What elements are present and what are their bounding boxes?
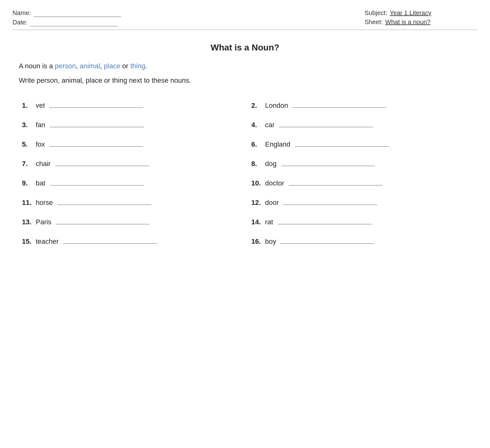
answer-line: [280, 243, 374, 244]
answer-line: [278, 224, 372, 224]
answer-line: [50, 127, 144, 127]
question-item: 16.boy: [248, 232, 477, 251]
date-line: [30, 19, 118, 26]
answer-line: [49, 146, 143, 147]
question-item: 9.bat: [19, 174, 248, 193]
intro-person: person: [55, 62, 76, 70]
page-header: Name: Date: Subject: Year 1 Literacy She…: [13, 9, 477, 30]
question-word: doctor: [265, 179, 284, 187]
header-right: Subject: Year 1 Literacy Sheet: What is …: [365, 9, 477, 26]
answer-line: [57, 205, 151, 205]
intro-place: place: [104, 62, 121, 70]
intro-animal: animal: [80, 62, 100, 70]
intro-suffix: .: [145, 62, 147, 70]
date-field: Date:: [13, 19, 121, 26]
sheet-field: Sheet: What is a noun?: [365, 18, 477, 26]
question-word: dog: [265, 160, 277, 168]
question-word: Paris: [36, 218, 51, 226]
answer-line: [56, 224, 150, 224]
page-title: What is a Noun?: [13, 43, 477, 53]
question-number: 2.: [251, 102, 264, 110]
date-label: Date:: [13, 19, 28, 26]
question-number: 4.: [251, 121, 264, 129]
question-number: 7.: [22, 160, 34, 168]
question-item: 3.fan: [19, 115, 248, 135]
answer-line: [279, 127, 373, 127]
question-number: 12.: [251, 199, 264, 207]
question-number: 3.: [22, 121, 34, 129]
question-item: 13.Paris: [19, 212, 248, 232]
question-number: 11.: [22, 199, 34, 207]
question-word: bat: [36, 179, 45, 187]
name-label: Name:: [13, 9, 31, 17]
question-number: 16.: [251, 237, 264, 246]
answer-line: [289, 185, 383, 185]
question-word: chair: [36, 160, 51, 168]
question-word: horse: [36, 199, 53, 207]
question-number: 10.: [251, 179, 264, 187]
question-number: 15.: [22, 237, 34, 246]
question-number: 1.: [22, 102, 34, 110]
question-item: 8.dog: [248, 154, 477, 174]
question-number: 8.: [251, 160, 264, 168]
question-word: car: [265, 121, 275, 129]
instructions-text: Write person, animal, place or thing nex…: [19, 76, 477, 85]
answer-line: [283, 205, 377, 205]
answer-line: [281, 166, 375, 166]
question-word: fox: [36, 140, 45, 148]
question-item: 12.door: [248, 193, 477, 212]
sheet-value: What is a noun?: [385, 18, 473, 26]
question-item: 6.England: [248, 135, 477, 154]
question-item: 15.teacher: [19, 232, 248, 251]
question-number: 5.: [22, 140, 34, 148]
intro-prefix: A noun is a: [19, 62, 55, 70]
question-word: vet: [36, 102, 45, 110]
subject-label: Subject:: [365, 9, 387, 17]
question-item: 14.rat: [248, 212, 477, 232]
questions-grid: 1.vet2.London3.fan4.car5.fox6.England7.c…: [19, 96, 477, 251]
answer-line: [50, 185, 144, 185]
question-word: fan: [36, 121, 45, 129]
header-left: Name: Date:: [13, 9, 121, 26]
answer-line: [295, 146, 389, 147]
question-word: rat: [265, 218, 273, 226]
question-word: boy: [265, 237, 276, 246]
name-field: Name:: [13, 9, 121, 17]
question-number: 14.: [251, 218, 264, 226]
question-number: 13.: [22, 218, 34, 226]
name-line: [34, 9, 121, 17]
answer-line: [49, 107, 143, 108]
question-item: 10.doctor: [248, 174, 477, 193]
question-item: 7.chair: [19, 154, 248, 174]
question-word: teacher: [36, 237, 59, 246]
question-word: door: [265, 199, 279, 207]
question-word: England: [265, 140, 290, 148]
question-number: 6.: [251, 140, 264, 148]
subject-field: Subject: Year 1 Literacy: [365, 9, 477, 17]
question-item: 11.horse: [19, 193, 248, 212]
question-item: 2.London: [248, 96, 477, 115]
question-number: 9.: [22, 179, 34, 187]
question-item: 5.fox: [19, 135, 248, 154]
sheet-label: Sheet:: [365, 18, 383, 26]
answer-line: [292, 107, 386, 108]
question-item: 1.vet: [19, 96, 248, 115]
question-item: 4.car: [248, 115, 477, 135]
intro-thing: thing: [130, 62, 145, 70]
intro-sentence: A noun is a person, animal, place or thi…: [19, 62, 477, 70]
answer-line: [63, 243, 157, 244]
question-word: London: [265, 102, 288, 110]
answer-line: [55, 166, 149, 166]
subject-value: Year 1 Literacy: [390, 9, 477, 17]
